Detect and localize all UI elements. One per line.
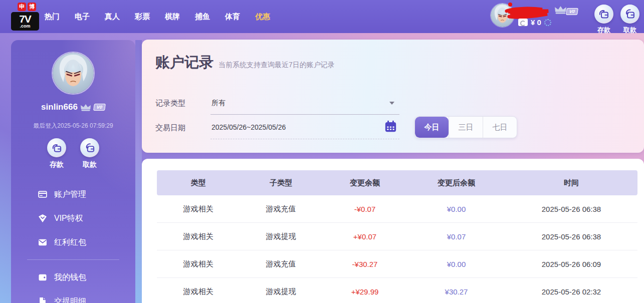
sidebar-item-vip-privileges[interactable]: VIP特权: [11, 206, 135, 230]
withdraw-label: 取款: [80, 160, 100, 169]
cell-after-balance: ¥30.27: [407, 287, 505, 296]
table-header-row: 类型 子类型 变更余额 变更后余额 时间: [157, 170, 637, 195]
sidebar-item-label: 账户管理: [54, 189, 86, 200]
tab-three-days[interactable]: 三日: [449, 117, 483, 138]
logo-box: 7V .com: [11, 12, 39, 31]
date-range-input[interactable]: 2025/05/26~2025/05/26: [211, 123, 286, 131]
cell-type: 游戏相关: [157, 259, 240, 269]
table-row: 游戏相关 游戏提现 +¥29.99 ¥30.27 2025-05-26 02:3…: [157, 278, 637, 303]
record-type-label: 记录类型: [155, 99, 185, 108]
logo-badge-shen: 申: [18, 3, 26, 11]
cell-after-balance: ¥0.00: [407, 260, 505, 268]
cell-subtype: 游戏提现: [240, 232, 322, 241]
sidebar-menu: 账户管理 VIP特权 红利红包: [11, 182, 135, 254]
withdraw-icon: [80, 138, 99, 157]
calendar-icon[interactable]: [384, 120, 397, 133]
tab-today[interactable]: 今日: [415, 117, 449, 138]
account-records-page: 申 博 7V .com 热门 电子 真人 彩票 棋牌 捕鱼 体育 优惠: [0, 0, 644, 303]
logo-badge-bo: 博: [28, 3, 36, 11]
sidebar-item-bonus-redpacket[interactable]: 红利红包: [11, 230, 135, 254]
deposit-label: 存款: [47, 160, 67, 169]
cell-after-balance: ¥0.00: [407, 205, 505, 213]
wallet-icon: [38, 272, 48, 282]
vip-level-badge: V0: [566, 8, 578, 15]
document-icon: [38, 296, 48, 303]
cell-after-balance: ¥0.07: [407, 232, 505, 241]
cell-type: 游戏相关: [157, 204, 240, 214]
logo-name: 7V: [19, 14, 31, 24]
col-header-type: 类型: [157, 178, 240, 188]
sidebar-divider: [27, 259, 119, 260]
notification-dot: [508, 3, 512, 7]
main-nav: 热门 电子 真人 彩票 棋牌 捕鱼 体育 优惠: [45, 0, 270, 33]
vip-level-badge: V0: [93, 104, 106, 111]
records-table: 类型 子类型 变更余额 变更后余额 时间 游戏相关 游戏充值 -¥0.07 ¥0…: [157, 170, 637, 303]
col-header-subtype: 子类型: [240, 178, 322, 188]
records-table-card: 类型 子类型 变更余额 变更后余额 时间 游戏相关 游戏充值 -¥0.07 ¥0…: [142, 159, 644, 303]
page-title: 账户记录: [155, 53, 213, 73]
topbar-withdraw-button[interactable]: 取款: [620, 5, 640, 35]
cell-subtype: 游戏充值: [240, 204, 322, 214]
sidebar-item-transaction-details[interactable]: 交提明细: [11, 289, 135, 303]
table-row: 游戏相关 游戏充值 -¥0.07 ¥0.00 2025-05-26 06:38: [157, 195, 637, 223]
last-login-text: 最后登入2025-05-26 07:59:29: [11, 122, 135, 130]
nav-item-fishing[interactable]: 捕鱼: [195, 12, 210, 22]
date-range-tabs: 今日 三日 七日: [414, 116, 517, 138]
cell-change-amount: -¥0.07: [322, 205, 407, 213]
nav-item-live[interactable]: 真人: [105, 12, 120, 22]
sidebar-item-label: VIP特权: [54, 213, 83, 224]
col-header-time: 时间: [505, 178, 637, 188]
topbar-deposit-button[interactable]: 存款: [594, 5, 614, 35]
cell-time: 2025-05-26 06:09: [505, 260, 637, 268]
deposit-icon: [47, 138, 66, 157]
withdraw-icon: [620, 5, 639, 24]
envelope-icon: [38, 237, 48, 247]
sidebar-item-label: 红利红包: [54, 237, 86, 248]
vip-crown-icon: [554, 6, 567, 14]
record-type-underline: [210, 114, 399, 115]
record-type-select[interactable]: 所有: [211, 99, 226, 108]
sidebar-withdraw-button[interactable]: 取款: [80, 138, 100, 169]
wallet-balance-row: ¥ 0: [518, 18, 551, 27]
nav-item-promotions[interactable]: 优惠: [255, 12, 270, 22]
sidebar-deposit-button[interactable]: 存款: [47, 138, 67, 169]
sidebar-quick-actions: 存款 取款: [11, 138, 135, 169]
date-underline: [210, 139, 399, 139]
site-logo[interactable]: 申 博 7V .com: [11, 3, 41, 31]
logo-brand-badges: 申 博: [18, 3, 41, 11]
nav-item-cards[interactable]: 棋牌: [165, 12, 180, 22]
trade-date-label: 交易日期: [155, 123, 185, 133]
nav-item-lottery[interactable]: 彩票: [135, 12, 150, 22]
chevron-down-icon[interactable]: [389, 102, 394, 105]
deposit-label: 存款: [594, 26, 614, 35]
nav-item-hot[interactable]: 热门: [45, 12, 60, 22]
sidebar-item-account-management[interactable]: 账户管理: [11, 182, 135, 206]
background-gap: [135, 40, 142, 303]
account-records-filter-panel: 账户记录 当前系统支持查询最近7日的账户记录 记录类型 所有 交易日期 2025…: [142, 40, 644, 153]
vip-crown-icon: [80, 104, 91, 111]
cell-type: 游戏相关: [157, 232, 240, 241]
tab-seven-days[interactable]: 七日: [483, 117, 517, 138]
table-row: 游戏相关 游戏充值 -¥30.27 ¥0.00 2025-05-26 06:09: [157, 250, 637, 278]
cell-time: 2025-05-26 06:38: [505, 205, 637, 213]
cell-type: 游戏相关: [157, 287, 240, 296]
sidebar-item-my-wallet[interactable]: 我的钱包: [11, 265, 135, 289]
page-subtitle: 当前系统支持查询最近7日的账户记录: [219, 61, 335, 70]
nav-item-sports[interactable]: 体育: [225, 12, 240, 22]
sidebar-username-row: sinlin666 V0: [11, 102, 135, 112]
nav-item-slots[interactable]: 电子: [75, 12, 90, 22]
cell-change-amount: -¥30.27: [322, 260, 407, 268]
withdraw-label: 取款: [620, 26, 640, 35]
balance-amount: ¥ 0: [531, 18, 541, 27]
table-row: 游戏相关 游戏提现 +¥0.07 ¥0.07 2025-05-26 06:38: [157, 223, 637, 250]
cell-subtype: 游戏充值: [240, 259, 322, 269]
sidebar-item-label: 我的钱包: [54, 272, 86, 283]
deposit-icon: [594, 5, 613, 24]
bank-card-icon: [38, 189, 48, 199]
wallet-icon: [518, 19, 528, 26]
sidebar-wallet-menu: 我的钱包 交提明细: [11, 265, 135, 303]
refresh-balance-icon[interactable]: [544, 19, 551, 26]
user-sidebar: sinlin666 V0 最后登入2025-05-26 07:59:29 存款 …: [11, 40, 135, 303]
cell-change-amount: +¥29.99: [322, 287, 407, 296]
col-header-change: 变更余额: [322, 178, 407, 188]
